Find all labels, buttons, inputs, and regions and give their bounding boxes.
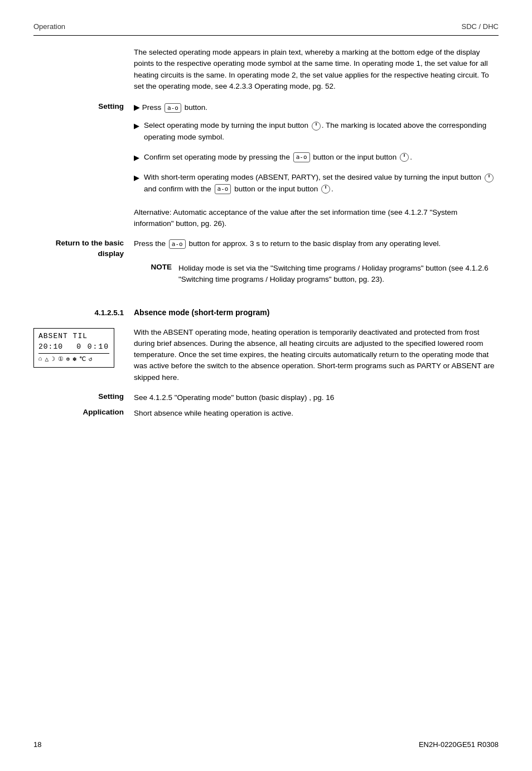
lcd-icon-person: △ [45, 355, 51, 363]
page: Operation SDC / DHC The selected operati… [0, 0, 532, 771]
bullet-label-3 [33, 172, 134, 200]
setting-press-row: Setting ▶ Press a-o button. [33, 102, 499, 113]
bullet-row-2: ▶ Confirm set operating mode by pressing… [33, 152, 499, 169]
btn-icon-3: a-o [215, 184, 231, 194]
return-content: Press the a-o button for approx. 3 s to … [134, 238, 499, 259]
lcd-time-left: 20:10 [38, 343, 63, 351]
btn-label: button. [185, 103, 207, 112]
btn-icon-1: a-o [165, 103, 181, 113]
lcd-underline [38, 353, 109, 354]
footer: 18 EN2H-0220GE51 R0308 [33, 740, 499, 749]
bullet-item-3: ▶ With short-term operating modes (ABSEN… [134, 172, 499, 195]
note-label: NOTE [134, 263, 178, 286]
bullet-content-2: ▶ Confirm set operating mode by pressing… [134, 152, 499, 169]
bullet-text-2: Confirm set operating mode by pressing t… [144, 152, 412, 163]
return-label-line2: display [33, 249, 124, 259]
lcd-icons: ⌂ △ ☽ ① ⊕ ✽ ℃ ↺ [38, 355, 109, 363]
lcd-display: ABSENT TIL 20:10 0 0:10 ⌂ △ ☽ ① ⊕ ✽ ℃ [33, 328, 114, 368]
lcd-icon-celsius: ℃ [79, 355, 88, 363]
absence-description: With the ABSENT operating mode, heating … [134, 327, 499, 383]
header-sdc: SDC / DHC [462, 22, 499, 31]
lcd-icon-house: ⌂ [38, 355, 44, 362]
setting2-row: Setting See 4.1.2.5 "Operating mode" but… [33, 392, 499, 403]
bullet-label-2 [33, 152, 134, 169]
content: The selected operating mode appears in p… [33, 47, 499, 423]
press-text: Press [142, 103, 162, 112]
bullet-text-3: With short-term operating modes (ABSENT,… [144, 172, 499, 195]
btn-icon-2: a-o [293, 152, 310, 162]
bullet-text-1: Select operating mode by turning the inp… [144, 120, 499, 143]
return-label-line1: Return to the basic [33, 238, 124, 249]
section-number: 4.1.2.5.1 [33, 309, 134, 317]
lcd-icon-party: ↺ [89, 355, 94, 363]
intro-paragraph: The selected operating mode appears in p… [134, 47, 499, 92]
return-label: Return to the basic display [33, 238, 134, 259]
page-number: 18 [33, 740, 41, 749]
lcd-and-text: ABSENT TIL 20:10 0 0:10 ⌂ △ ☽ ① ⊕ ✽ ℃ [33, 327, 499, 383]
btn-icon-return: a-o [169, 239, 186, 249]
header: Operation SDC / DHC [33, 22, 499, 31]
header-divider [33, 35, 499, 36]
lcd-icon-sun: ① [58, 355, 65, 363]
return-row: Return to the basic display Press the a-… [33, 238, 499, 259]
lcd-icon-moon: ☽ [51, 355, 57, 363]
section-header: 4.1.2.5.1 Absence mode (short-term progr… [33, 308, 499, 317]
note-row: NOTE Holiday mode is set via the "Switch… [134, 263, 499, 286]
section-title: Absence mode (short-term program) [134, 308, 269, 317]
application-row: Application Short absence while heating … [33, 408, 499, 419]
lcd-icon-star: ✽ [72, 355, 78, 363]
lcd-time-right: 0 0:10 [76, 343, 109, 351]
bullet-arrow-1: ▶ [134, 121, 139, 132]
bullet-arrow-2: ▶ [134, 152, 139, 163]
bullet-arrow-3: ▶ [134, 172, 139, 184]
lcd-icon-holiday: ⊕ [66, 355, 72, 363]
note-content: Holiday mode is set via the "Switching t… [178, 263, 499, 286]
setting2-label: Setting [33, 392, 134, 403]
bullet-content-1: ▶ Select operating mode by turning the i… [134, 120, 499, 148]
knob-icon-2 [400, 153, 409, 162]
bullet-item-1: ▶ Select operating mode by turning the i… [134, 120, 499, 143]
bullet-label-1 [33, 120, 134, 148]
application-label: Application [33, 408, 134, 419]
bullet-row-1: ▶ Select operating mode by turning the i… [33, 120, 499, 148]
doc-number: EN2H-0220GE51 R0308 [419, 740, 499, 749]
header-operation: Operation [33, 22, 65, 31]
bullet-item-2: ▶ Confirm set operating mode by pressing… [134, 152, 499, 163]
bullet-content-3: ▶ With short-term operating modes (ABSEN… [134, 172, 499, 200]
lcd-box-container: ABSENT TIL 20:10 0 0:10 ⌂ △ ☽ ① ⊕ ✽ ℃ [33, 327, 134, 368]
setting-label: Setting [33, 102, 134, 110]
bullet-row-3: ▶ With short-term operating modes (ABSEN… [33, 172, 499, 200]
knob-icon-3 [485, 174, 494, 182]
lcd-row1: ABSENT TIL [38, 332, 109, 340]
knob-icon-1 [312, 122, 321, 131]
setting-press-content: ▶ Press a-o button. [134, 102, 499, 113]
alternative-text: Alternative: Automatic acceptance of the… [134, 207, 499, 230]
setting2-content: See 4.1.2.5 "Operating mode" button (bas… [134, 392, 499, 403]
lcd-row2: 20:10 0 0:10 [38, 343, 109, 351]
knob-icon-4 [321, 185, 330, 194]
application-content: Short absence while heating operation is… [134, 408, 499, 419]
